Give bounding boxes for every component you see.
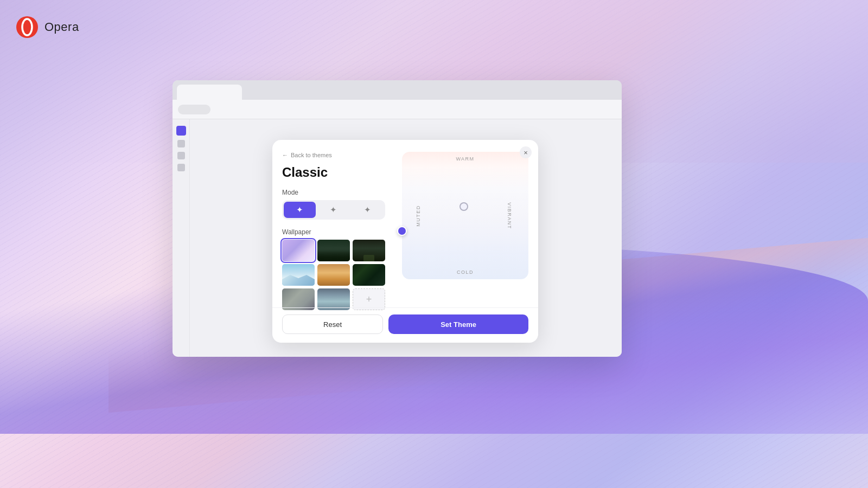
plus-icon: + — [366, 294, 372, 305]
color-picker-area[interactable]: WARM COLD MUTED VIBRANT — [402, 152, 528, 279]
dialog-footer: Reset Set Theme — [272, 307, 538, 343]
wallpaper-thumb-7[interactable] — [282, 288, 315, 310]
sidebar-item-2[interactable] — [177, 152, 185, 159]
color-picker-crosshair — [459, 202, 468, 211]
wallpaper-thumb-5[interactable] — [317, 264, 350, 286]
browser-sidebar — [173, 119, 190, 357]
wallpaper-thumb-2[interactable] — [317, 240, 350, 261]
opera-icon — [15, 15, 39, 39]
sidebar-item-3[interactable] — [177, 164, 185, 171]
color-label-cold: COLD — [457, 269, 474, 275]
mode-selector: ✦ ✦ ✦ — [282, 200, 385, 220]
browser-window: × ← Back to themes Classic Mode — [173, 80, 622, 357]
mode-auto-button[interactable]: ✦ — [352, 202, 384, 218]
color-label-vibrant: VIBRANT — [507, 202, 512, 229]
wallpaper-section-label: Wallpaper — [282, 228, 393, 236]
dialog-left-column: ← Back to themes Classic Mode ✦ ✦ ✦ — [282, 152, 393, 310]
back-to-themes-link[interactable]: ← Back to themes — [282, 152, 393, 158]
mode-section-label: Mode — [282, 189, 393, 196]
wallpaper-thumb-3[interactable] — [353, 240, 385, 261]
color-drag-handle[interactable] — [397, 226, 407, 236]
dialog-right-column: WARM COLD MUTED VIBRANT — [402, 152, 528, 310]
add-wallpaper-button[interactable]: + — [353, 288, 385, 310]
wallpaper-thumb-8[interactable] — [317, 288, 350, 310]
back-arrow-icon: ← — [282, 152, 288, 158]
browser-main: × ← Back to themes Classic Mode — [173, 119, 622, 357]
back-link-label: Back to themes — [291, 152, 332, 158]
set-theme-button[interactable]: Set Theme — [388, 314, 528, 334]
opera-logo: Opera — [15, 15, 79, 39]
mode-light-button[interactable]: ✦ — [317, 202, 349, 218]
mode-dark-button[interactable]: ✦ — [284, 202, 316, 218]
sidebar-active-item[interactable] — [176, 126, 186, 136]
color-label-muted: MUTED — [416, 205, 421, 227]
browser-toolbar — [173, 100, 622, 119]
opera-logo-text: Opera — [44, 20, 79, 34]
wallpaper-thumb-4[interactable] — [282, 264, 315, 286]
browser-content: × ← Back to themes Classic Mode — [190, 119, 622, 357]
browser-tab-bar — [173, 80, 622, 100]
address-bar[interactable] — [178, 105, 210, 114]
reset-button[interactable]: Reset — [282, 314, 383, 334]
theme-title: Classic — [282, 165, 393, 180]
theme-dialog: × ← Back to themes Classic Mode — [272, 140, 538, 343]
wallpaper-thumb-1[interactable] — [282, 240, 315, 261]
close-icon: × — [524, 149, 528, 157]
dialog-close-button[interactable]: × — [520, 146, 532, 158]
wallpaper-thumb-6[interactable] — [353, 264, 385, 286]
browser-tab[interactable] — [177, 85, 242, 100]
color-label-warm: WARM — [456, 156, 474, 162]
wallpaper-grid: + — [282, 240, 393, 310]
sidebar-item-1[interactable] — [177, 140, 185, 147]
